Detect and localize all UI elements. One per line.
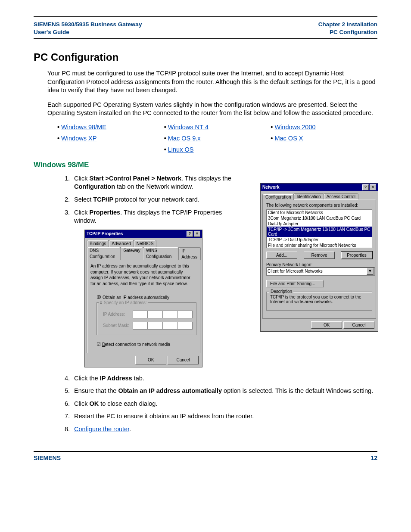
- radio-specify[interactable]: Specify an IP address:: [99, 299, 148, 306]
- link-winxp[interactable]: Windows XP: [61, 135, 97, 142]
- header-product: SIEMENS 5930/5935 Business Gateway: [34, 21, 142, 28]
- network-title: Network: [262, 185, 279, 190]
- step-7: Restart the PC to ensure it obtains an I…: [72, 412, 377, 421]
- intro-para-1: Your PC must be configured to use the TC…: [34, 69, 377, 95]
- list-item-selected[interactable]: TCP/IP -> 3Com Megahertz 10/100 LAN Card…: [267, 227, 372, 237]
- step-4: Click the IP Address tab.: [72, 374, 377, 383]
- tab-netbios[interactable]: NetBIOS: [134, 240, 156, 247]
- help-icon[interactable]: ?: [187, 231, 193, 237]
- tab-gateway[interactable]: Gateway: [120, 247, 143, 260]
- input-mask[interactable]: [133, 322, 193, 330]
- steps-list-cont: Click the IP Address tab. Ensure that th…: [61, 374, 377, 434]
- desc-legend: Description: [269, 289, 293, 294]
- footer-brand: SIEMENS: [34, 454, 61, 461]
- network-intro: The following network components are ins…: [266, 203, 372, 208]
- tcpip-titlebar: TCP/IP Properties ? ×: [85, 230, 202, 238]
- header-section: PC Configuration: [318, 28, 377, 36]
- tab-access[interactable]: Access Control: [324, 193, 358, 199]
- link-winnt4[interactable]: Windows NT 4: [168, 124, 209, 131]
- input-ip[interactable]: [133, 311, 193, 318]
- tab-ipaddress[interactable]: IP Address: [178, 247, 201, 260]
- lbl-mask: Subnet Mask:: [103, 323, 133, 329]
- tcpip-cancel-button[interactable]: Cancel: [168, 356, 199, 364]
- list-item[interactable]: File and printer sharing for Microsoft N…: [267, 243, 372, 248]
- tcpip-title: TCP/IP Properties: [87, 231, 123, 237]
- lbl-ip: IP Address:: [103, 311, 133, 317]
- help-icon[interactable]: ?: [362, 184, 369, 190]
- network-cancel-button[interactable]: Cancel: [343, 321, 374, 329]
- step-1: Click Start >Control Panel > Network. Th…: [72, 174, 234, 191]
- list-item[interactable]: 3Com Megahertz 10/100 LAN CardBus PC Car…: [267, 215, 372, 221]
- tab-dns[interactable]: DNS Configuration: [87, 247, 121, 260]
- os-link-grid: Windows 98/ME Windows NT 4 Windows 2000 …: [57, 124, 377, 153]
- tcpip-properties-dialog: TCP/IP Properties ? × Bindings Advanced …: [84, 230, 202, 367]
- sub-heading-win98: Windows 98/ME: [34, 161, 377, 169]
- properties-button[interactable]: Properties: [341, 252, 372, 259]
- tab-bindings[interactable]: Bindings: [87, 240, 109, 247]
- tcpip-ok-button[interactable]: OK: [135, 356, 166, 364]
- network-ok-button[interactable]: OK: [311, 321, 342, 329]
- step-8: Configure the router.: [72, 425, 377, 434]
- network-dialog: Network ? × Configuration Identification…: [260, 183, 378, 332]
- file-print-sharing-button[interactable]: File and Print Sharing...: [266, 280, 324, 287]
- link-configure-router[interactable]: Configure the router: [74, 426, 129, 432]
- page-title: PC Configuration: [34, 51, 377, 63]
- list-item[interactable]: Dial-Up Adapter: [267, 221, 372, 227]
- remove-button[interactable]: Remove: [304, 252, 335, 259]
- chevron-down-icon: ▼: [367, 268, 374, 275]
- tab-wins[interactable]: WINS Configuration: [143, 247, 179, 260]
- list-item[interactable]: Client for Microsoft Networks: [267, 210, 372, 215]
- link-linux[interactable]: Linux OS: [168, 146, 194, 153]
- network-components-list[interactable]: Client for Microsoft Networks 3Com Megah…: [266, 209, 372, 248]
- tcpip-intro: An IP address can be automatically assig…: [90, 263, 196, 286]
- intro-para-2: Each supported PC Operating System varie…: [34, 101, 377, 118]
- link-macosx[interactable]: Mac OS X: [274, 135, 303, 142]
- link-win2000[interactable]: Windows 2000: [274, 124, 315, 131]
- header-guide: User's Guide: [34, 28, 142, 36]
- primary-logon-select[interactable]: Client for Microsoft Networks ▼: [266, 267, 375, 276]
- list-item[interactable]: TCP/IP -> Dial-Up Adapter: [267, 237, 372, 243]
- primary-logon-label: Primary Network Logon:: [266, 262, 372, 267]
- tab-advanced[interactable]: Advanced: [109, 240, 134, 247]
- link-macos9[interactable]: Mac OS 9.x: [168, 135, 201, 142]
- link-win98[interactable]: Windows 98/ME: [61, 124, 106, 131]
- doc-header: SIEMENS 5930/5935 Business Gateway User'…: [34, 17, 377, 39]
- step-6: Click OK to close each dialog.: [72, 400, 377, 408]
- step-2: Select TCP/IP protocol for your network …: [72, 196, 234, 204]
- close-icon[interactable]: ×: [194, 231, 200, 237]
- check-detect[interactable]: Detect connection to network media: [97, 341, 196, 348]
- add-button[interactable]: Add...: [266, 252, 297, 259]
- footer-page: 12: [371, 454, 377, 461]
- network-titlebar: Network ? ×: [261, 184, 378, 191]
- step-5: Ensure that the Obtain an IP address aut…: [72, 387, 377, 395]
- desc-text: TCP/IP is the protocol you use to connec…: [270, 295, 368, 307]
- close-icon[interactable]: ×: [370, 184, 376, 190]
- tab-config[interactable]: Configuration: [262, 194, 294, 200]
- doc-footer: SIEMENS 12: [34, 451, 377, 461]
- tab-ident[interactable]: Identification: [293, 193, 324, 199]
- header-chapter: Chapter 2 Installation: [318, 21, 377, 28]
- steps-list: Click Start >Control Panel > Network. Th…: [61, 174, 234, 367]
- step-3: Click Properties. This displays the TCP/…: [72, 208, 234, 367]
